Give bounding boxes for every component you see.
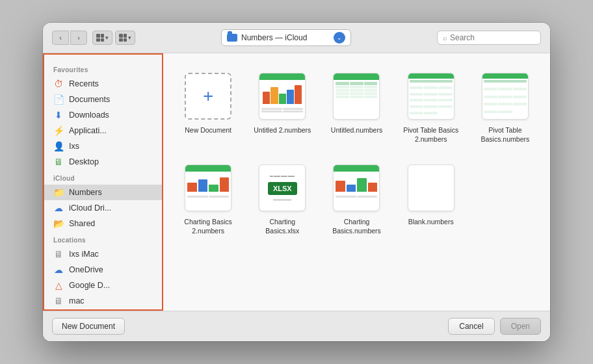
file-item-charting-numbers[interactable]: Charting Basics.numbers bbox=[322, 158, 391, 239]
dropdown-arrow-icon: ⌄ bbox=[334, 32, 345, 44]
search-icon: ⌕ bbox=[443, 34, 447, 42]
toolbar: ‹ › ▾ ▾ Numbers — iCloud ⌄ bbox=[43, 23, 550, 53]
sidebar-item-icloud-drive[interactable]: ☁ iCloud Dri... bbox=[44, 200, 162, 216]
nav-back-button[interactable]: ‹ bbox=[52, 31, 69, 45]
folder-icon bbox=[227, 34, 237, 42]
sidebar-item-shared-label: Shared bbox=[69, 219, 95, 228]
xlsx-badge: XLSX bbox=[268, 182, 297, 195]
pivot-thumb bbox=[408, 73, 455, 120]
numbers-table-thumb bbox=[333, 73, 380, 120]
file-item-pivot[interactable]: Pivot Table Basics.numbers bbox=[471, 66, 540, 148]
sidebar-item-mac-label: mac bbox=[69, 296, 85, 306]
sidebar-item-documents[interactable]: 📄 Documents bbox=[44, 92, 162, 107]
desktop-icon: 🖥 bbox=[53, 157, 64, 167]
sidebar-item-recents-label: Recents bbox=[69, 79, 99, 88]
files-grid: + New Document bbox=[163, 53, 550, 311]
file-name: Untitled 2.numbers bbox=[254, 126, 311, 135]
sidebar-item-applications[interactable]: ⚡ Applicati... bbox=[44, 123, 162, 138]
file-name: Untitled.numbers bbox=[331, 126, 382, 135]
footer-actions: Cancel Open bbox=[448, 318, 541, 335]
list-view-button[interactable]: ▾ bbox=[115, 31, 135, 45]
doc-icon: 📄 bbox=[53, 94, 64, 105]
sidebar-item-numbers-label: Numbers bbox=[69, 188, 102, 197]
cancel-button[interactable]: Cancel bbox=[448, 318, 494, 335]
open-button[interactable]: Open bbox=[500, 318, 541, 335]
file-name: Charting Basics.xlsx bbox=[253, 218, 311, 235]
location-label: Numbers — iCloud bbox=[241, 33, 330, 42]
pivot2-thumb bbox=[404, 70, 458, 122]
monitor-icon: 🖥 bbox=[53, 249, 64, 259]
clock-icon: ⏱ bbox=[53, 79, 64, 89]
file-item-pivot2[interactable]: Pivot Table Basics 2.numbers bbox=[397, 66, 466, 148]
new-doc-thumb: + bbox=[181, 70, 235, 122]
grid-icon bbox=[96, 34, 104, 42]
view-options: ▾ ▾ bbox=[92, 31, 135, 45]
search-box[interactable]: ⌕ bbox=[437, 31, 541, 45]
sidebar-item-recents[interactable]: ⏱ Recents bbox=[44, 76, 162, 92]
file-item-blank[interactable]: Blank.numbers bbox=[397, 158, 466, 239]
file-item-charting2[interactable]: Charting Basics 2.numbers bbox=[174, 158, 243, 239]
file-item-untitled[interactable]: Untitled.numbers bbox=[322, 66, 391, 148]
icon-view-button[interactable]: ▾ bbox=[92, 31, 112, 45]
file-item-xlsx[interactable]: ━━━━━━━ XLSX ━━━━━━━ Charting Basics.xls… bbox=[248, 158, 317, 239]
new-doc-icon: + bbox=[185, 73, 231, 120]
mac-icon: 🖥 bbox=[53, 296, 64, 306]
content-area: + New Document bbox=[163, 53, 550, 311]
sidebar: Favourites ⏱ Recents 📄 Documents ⬇ Downl… bbox=[43, 53, 163, 311]
numbers-thumb bbox=[259, 73, 306, 120]
favourites-section-label: Favourites bbox=[44, 61, 162, 76]
sidebar-item-icloud-label: iCloud Dri... bbox=[69, 203, 111, 213]
footer-new-document-button[interactable]: New Document bbox=[52, 318, 125, 335]
sidebar-item-ixs-imac-label: Ixs iMac bbox=[69, 250, 99, 259]
sidebar-item-onedrive-label: OneDrive bbox=[69, 265, 103, 274]
untitled-thumb bbox=[330, 70, 383, 122]
sidebar-item-downloads[interactable]: ⬇ Downloads bbox=[44, 107, 162, 123]
sidebar-item-mac[interactable]: 🖥 mac bbox=[44, 293, 162, 309]
blank-thumb bbox=[404, 162, 458, 214]
icloud-icon: ☁ bbox=[53, 203, 64, 213]
nav-buttons: ‹ › bbox=[52, 31, 87, 45]
download-icon: ⬇ bbox=[53, 110, 64, 120]
search-input[interactable] bbox=[450, 33, 535, 42]
list-grid-icon bbox=[119, 34, 127, 42]
sidebar-item-google-drive[interactable]: △ Google D... bbox=[44, 278, 162, 293]
sidebar-item-onedrive[interactable]: ☁ OneDrive bbox=[44, 262, 162, 278]
pivot-thumb-2 bbox=[479, 70, 532, 122]
locations-section-label: Locations bbox=[44, 231, 162, 246]
sidebar-item-desktop-label: Desktop bbox=[69, 157, 99, 166]
applications-icon: ⚡ bbox=[53, 125, 64, 136]
location-dropdown[interactable]: Numbers — iCloud ⌄ bbox=[221, 29, 351, 46]
file-name: Blank.numbers bbox=[408, 218, 454, 227]
xlsx-icon: ━━━━━━━ XLSX ━━━━━━━ bbox=[259, 164, 306, 211]
google-drive-icon: △ bbox=[53, 280, 64, 291]
xlsx-thumb: ━━━━━━━ XLSX ━━━━━━━ bbox=[256, 162, 309, 214]
blank-icon bbox=[408, 164, 455, 211]
file-name: Charting Basics.numbers bbox=[327, 218, 386, 235]
file-item-new-doc[interactable]: + New Document bbox=[174, 66, 243, 148]
nav-forward-button[interactable]: › bbox=[70, 31, 87, 45]
sidebar-item-downloads-label: Downloads bbox=[69, 110, 109, 120]
untitled2-thumb bbox=[256, 70, 309, 122]
charting-numbers-icon bbox=[333, 164, 380, 211]
charting2-numbers-thumb bbox=[185, 164, 231, 211]
pivot-thumb2 bbox=[482, 73, 529, 120]
charting-numbers-thumb bbox=[330, 162, 383, 214]
file-name: New Document bbox=[185, 126, 231, 135]
file-item-untitled2[interactable]: Untitled 2.numbers bbox=[248, 66, 317, 148]
charting2-thumb bbox=[181, 162, 235, 214]
sidebar-item-numbers[interactable]: 📁 Numbers bbox=[44, 185, 162, 200]
person-icon: 👤 bbox=[53, 141, 64, 151]
file-name: Pivot Table Basics.numbers bbox=[476, 126, 534, 144]
onedrive-icon: ☁ bbox=[53, 265, 64, 275]
sidebar-item-google-label: Google D... bbox=[69, 281, 110, 290]
sidebar-item-shared[interactable]: 📂 Shared bbox=[44, 216, 162, 231]
sidebar-item-documents-label: Documents bbox=[69, 95, 110, 104]
sidebar-item-ixs-imac[interactable]: 🖥 Ixs iMac bbox=[44, 246, 162, 262]
sidebar-item-ixs[interactable]: 👤 Ixs bbox=[44, 138, 162, 154]
shared-icon: 📂 bbox=[53, 218, 64, 229]
main-area: Favourites ⏱ Recents 📄 Documents ⬇ Downl… bbox=[43, 53, 550, 311]
file-name: Charting Basics 2.numbers bbox=[179, 218, 237, 235]
numbers-folder-icon: 📁 bbox=[53, 187, 64, 198]
sidebar-item-desktop[interactable]: 🖥 Desktop bbox=[44, 154, 162, 170]
sidebar-item-applications-label: Applicati... bbox=[69, 126, 107, 135]
